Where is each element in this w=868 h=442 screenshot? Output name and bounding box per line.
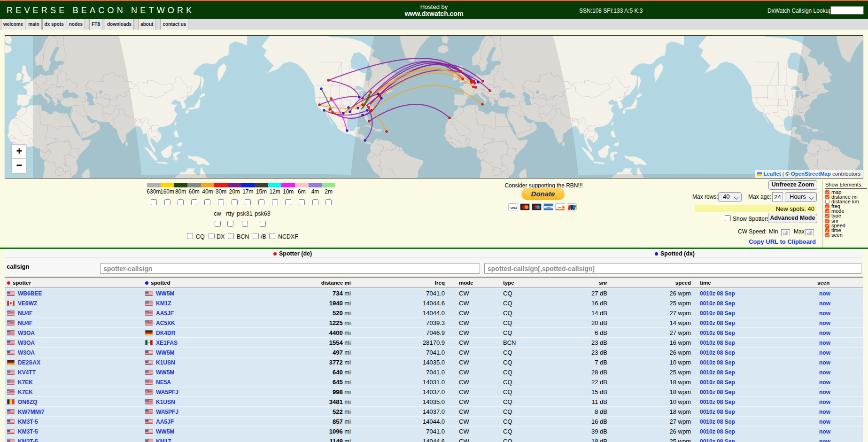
svg-text:AMEX: AMEX [547, 207, 552, 209]
svg-text:VISA: VISA [510, 207, 517, 209]
svg-text:DISC: DISC [558, 207, 562, 209]
